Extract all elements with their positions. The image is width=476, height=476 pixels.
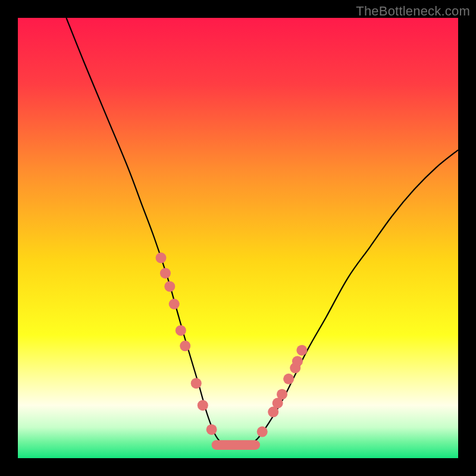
data-point — [198, 400, 208, 411]
chart-svg — [18, 18, 458, 458]
data-point — [296, 345, 307, 356]
gradient-background — [18, 18, 458, 458]
chart-frame: TheBottleneck.com — [0, 0, 476, 476]
data-point — [176, 325, 186, 336]
data-point — [156, 252, 167, 263]
data-point — [160, 268, 171, 278]
data-point — [292, 356, 303, 367]
watermark-text: TheBottleneck.com — [356, 4, 470, 19]
data-point — [283, 374, 294, 384]
data-point — [191, 378, 202, 389]
data-point — [257, 427, 268, 437]
bottom-bar — [212, 440, 260, 450]
data-point — [164, 281, 175, 292]
plot-area — [18, 18, 458, 458]
data-point — [206, 424, 217, 435]
data-point — [277, 389, 287, 400]
data-point — [169, 299, 180, 309]
data-point — [180, 340, 190, 351]
